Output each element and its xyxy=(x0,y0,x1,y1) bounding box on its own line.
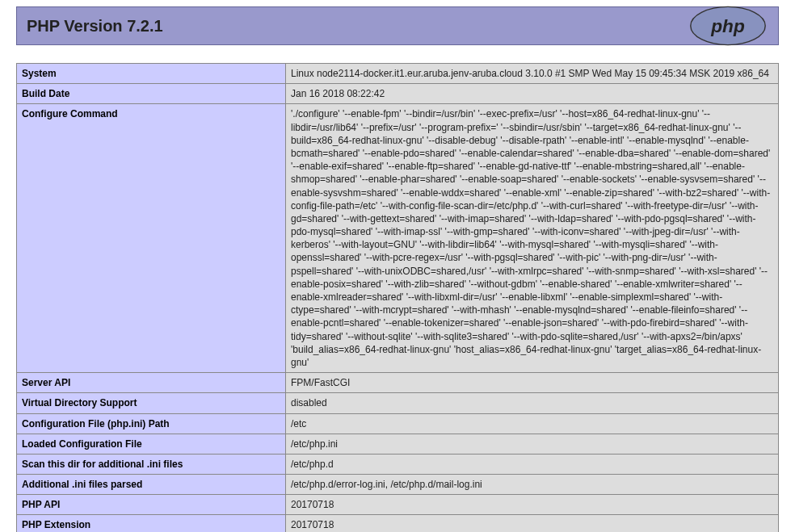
row-label: Additional .ini files parsed xyxy=(17,475,286,495)
row-label: PHP API xyxy=(17,495,286,515)
phpinfo-table-body: System Linux node2114-docker.it1.eur.aru… xyxy=(17,64,779,533)
row-value: /etc/php.d xyxy=(286,454,779,474)
table-row: System Linux node2114-docker.it1.eur.aru… xyxy=(17,64,779,84)
row-value: Jan 16 2018 08:22:42 xyxy=(286,84,779,104)
table-row: PHP API 20170718 xyxy=(17,495,779,515)
phpinfo-table: System Linux node2114-docker.it1.eur.aru… xyxy=(16,63,779,532)
row-value: FPM/FastCGI xyxy=(286,373,779,393)
table-row: Configure Command './configure' '--enabl… xyxy=(17,104,779,373)
row-label: Virtual Directory Support xyxy=(17,393,286,413)
row-value: 20170718 xyxy=(286,515,779,532)
page-title: PHP Version 7.2.1 xyxy=(27,17,163,36)
php-logo: php xyxy=(688,6,768,45)
row-value: './configure' '--enable-fpm' '--bindir=/… xyxy=(286,104,779,373)
row-value: disabled xyxy=(286,393,779,413)
table-row: Loaded Configuration File /etc/php.ini xyxy=(17,434,779,454)
row-label: Loaded Configuration File xyxy=(17,434,286,454)
table-row: Configuration File (php.ini) Path /etc xyxy=(17,413,779,434)
row-label: Server API xyxy=(17,373,286,393)
row-label: System xyxy=(17,64,286,84)
header-bar: PHP Version 7.2.1 php xyxy=(16,6,779,45)
table-row: Virtual Directory Support disabled xyxy=(17,393,779,413)
row-value: 20170718 xyxy=(286,495,779,515)
row-value: /etc/php.ini xyxy=(286,434,779,454)
row-value: /etc/php.d/error-log.ini, /etc/php.d/mai… xyxy=(286,475,779,495)
table-row: PHP Extension 20170718 xyxy=(17,515,779,532)
row-label: Scan this dir for additional .ini files xyxy=(17,454,286,474)
table-row: Server API FPM/FastCGI xyxy=(17,373,779,393)
php-logo-icon: php xyxy=(688,6,768,46)
table-row: Build Date Jan 16 2018 08:22:42 xyxy=(17,84,779,104)
table-row: Additional .ini files parsed /etc/php.d/… xyxy=(17,475,779,495)
svg-text:php: php xyxy=(710,16,745,36)
phpinfo-page: PHP Version 7.2.1 php System Linux node2… xyxy=(16,6,779,532)
row-value: Linux node2114-docker.it1.eur.aruba.jenv… xyxy=(286,64,779,84)
row-label: PHP Extension xyxy=(17,515,286,532)
table-row: Scan this dir for additional .ini files … xyxy=(17,454,779,474)
row-label: Configuration File (php.ini) Path xyxy=(17,413,286,434)
row-label: Configure Command xyxy=(17,104,286,373)
row-value: /etc xyxy=(286,413,779,434)
row-label: Build Date xyxy=(17,84,286,104)
